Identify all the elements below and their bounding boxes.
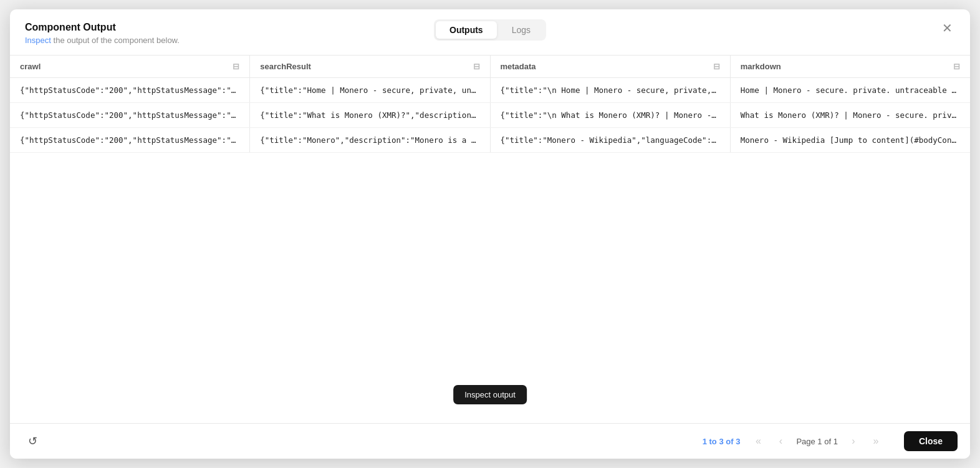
table-header-row: crawl ⊟ searchResult ⊟ metadata ⊟ markdo…: [10, 56, 970, 78]
cell-searchresult-1: {"title":"Home | Monero - secure, privat…: [250, 78, 490, 102]
component-output-modal: Component Output Inspect the output of t…: [10, 9, 970, 459]
col-label-metadata: metadata: [501, 62, 536, 71]
table-row[interactable]: {"httpStatusCode":"200","httpStatusMessa…: [10, 128, 970, 153]
pagination-range-highlight: 1 to 3 of 3: [703, 437, 741, 446]
cell-crawl-2: {"httpStatusCode":"200","httpStatusMessa…: [10, 103, 250, 127]
filter-icon-searchresult[interactable]: ⊟: [473, 62, 480, 71]
first-page-button[interactable]: «: [749, 432, 767, 451]
cell-metadata-3: {"title":"Monero - Wikipedia","languageC…: [491, 128, 731, 152]
col-header-crawl: crawl ⊟: [10, 56, 250, 77]
cell-crawl-3: {"httpStatusCode":"200","httpStatusMessa…: [10, 128, 250, 152]
pagination-range: 1 to 3 of 3: [703, 437, 741, 446]
cell-searchresult-2: {"title":"What is Monero (XMR)?","descri…: [250, 103, 490, 127]
refresh-button[interactable]: ↺: [22, 431, 42, 451]
cell-searchresult-3: {"title":"Monero","description":"Monero …: [250, 128, 490, 152]
table-row[interactable]: {"httpStatusCode":"200","httpStatusMessa…: [10, 103, 970, 128]
col-header-markdown: markdown ⊟: [731, 56, 970, 77]
tab-logs[interactable]: Logs: [498, 21, 544, 39]
col-header-searchresult: searchResult ⊟: [250, 56, 490, 77]
cell-metadata-2: {"title":"\n What is Monero (XMR)? | Mon…: [491, 103, 731, 127]
subtitle-inspect: Inspect: [25, 36, 51, 45]
modal-title-area: Component Output Inspect the output of t…: [25, 22, 180, 45]
table-row[interactable]: {"httpStatusCode":"200","httpStatusMessa…: [10, 78, 970, 103]
last-page-button[interactable]: »: [867, 432, 885, 451]
filter-icon-markdown[interactable]: ⊟: [953, 62, 960, 71]
cell-crawl-1: {"httpStatusCode":"200","httpStatusMessa…: [10, 78, 250, 102]
footer-right: 1 to 3 of 3 « ‹ Page 1 of 1 › » Close: [703, 431, 958, 451]
close-button[interactable]: Close: [904, 431, 958, 451]
col-label-crawl: crawl: [20, 62, 41, 71]
page-label: Page 1 of 1: [796, 437, 838, 446]
cell-markdown-2: What is Monero (XMR)? | Monero - secure.…: [731, 103, 970, 127]
filter-icon-metadata[interactable]: ⊟: [713, 62, 720, 71]
table-body-wrapper: {"httpStatusCode":"200","httpStatusMessa…: [10, 78, 970, 423]
table-body: {"httpStatusCode":"200","httpStatusMessa…: [10, 78, 970, 423]
modal-footer: ↺ 1 to 3 of 3 « ‹ Page 1 of 1 › » Close: [10, 423, 970, 459]
col-label-searchresult: searchResult: [260, 62, 311, 71]
col-header-metadata: metadata ⊟: [491, 56, 731, 77]
cell-metadata-1: {"title":"\n Home | Monero - secure, pri…: [491, 78, 731, 102]
next-page-button[interactable]: ›: [844, 432, 863, 451]
modal-title: Component Output: [25, 22, 180, 33]
table-area: crawl ⊟ searchResult ⊟ metadata ⊟ markdo…: [10, 55, 970, 423]
filter-icon-crawl[interactable]: ⊟: [233, 62, 239, 71]
close-icon-btn[interactable]: ✕: [939, 22, 955, 34]
col-label-markdown: markdown: [741, 62, 781, 71]
modal-header: Component Output Inspect the output of t…: [10, 9, 970, 45]
tab-outputs[interactable]: Outputs: [436, 21, 497, 39]
subtitle-text: the output of the component below.: [51, 36, 180, 45]
footer-left: ↺: [22, 431, 42, 451]
prev-page-button[interactable]: ‹: [771, 432, 790, 451]
modal-subtitle: Inspect the output of the component belo…: [25, 36, 180, 45]
cell-markdown-3: Monero - Wikipedia [Jump to content](#bo…: [731, 128, 970, 152]
cell-markdown-1: Home | Monero - secure. private. untrace…: [731, 78, 970, 102]
tabs-area: Outputs Logs: [434, 19, 546, 41]
